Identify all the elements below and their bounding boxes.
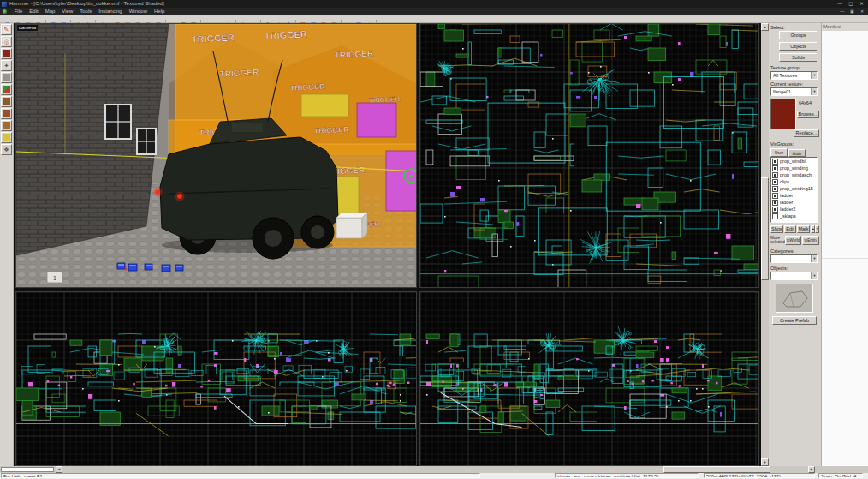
visgroup-item[interactable]: ladder2 (771, 206, 817, 213)
viewport-2d-front-canvas (16, 292, 416, 465)
manifest-body[interactable] (822, 31, 868, 466)
current-texture-select[interactable]: flange01 ▼ (770, 87, 818, 96)
overlay-tool[interactable] (1, 120, 12, 131)
visgroup-checkbox[interactable] (772, 172, 778, 178)
visgroup-item[interactable]: prop_windasch (771, 171, 817, 178)
visgroup-item[interactable]: prop_windbl (771, 158, 817, 165)
move-to-world-button[interactable]: toWorld (785, 236, 801, 245)
texture-application-tool[interactable] (1, 84, 12, 95)
coordinate-readout (1, 467, 54, 472)
viewport-3d[interactable]: TRIGGERTRIGGERTRIGGERTRIGGERTRIGGERTRIGG… (15, 23, 417, 288)
map-tools-palette: ✎◎✦❖ (0, 23, 14, 473)
objects-select[interactable]: ▼ (770, 272, 818, 280)
clipping-tool[interactable] (1, 132, 12, 143)
visgroup-item[interactable]: clips (771, 178, 817, 185)
menu-map[interactable]: Map (42, 8, 59, 15)
maximize-button[interactable]: ▢ (846, 0, 855, 8)
visgroup-checkbox[interactable] (772, 200, 778, 206)
menu-instancing[interactable]: Instancing (95, 8, 125, 15)
camera-tool[interactable] (1, 48, 12, 59)
visgroup-item[interactable]: prop_winding15 (771, 185, 817, 192)
select-groups-button[interactable]: Groups (779, 31, 817, 39)
move-to-entity-button[interactable]: toEntity (802, 236, 819, 245)
chevron-down-icon[interactable]: ▼ (811, 255, 817, 262)
visgroup-checkbox[interactable] (772, 179, 778, 185)
visgroup-move-down-button[interactable]: ▼ (815, 225, 819, 233)
visgroup-mark-button[interactable]: Mark (797, 225, 810, 233)
chevron-down-icon[interactable]: ▼ (811, 88, 817, 95)
viewport-3d-label[interactable]: camera (17, 25, 38, 31)
main-toolbar: ⊞⊠⊟⊞▤▥↶↷◉◪◫▣▢▩✂▤▥◭◮◉⊙▭1⇄∥◧◨◩◪◆▦◇▶≡ (0, 15, 868, 23)
vertical-scrollbar[interactable]: ▲ ▼ (761, 23, 769, 466)
menu-bar: FileEditMapViewToolsInstancingWindowHelp… (0, 8, 868, 15)
vertical-scroll-thumb[interactable] (761, 177, 769, 280)
mdi-close-button[interactable]: ✕ (858, 8, 866, 15)
status-bar: For Help, press F1 trigger_apc_zone - tr… (0, 473, 868, 479)
select-objects-button[interactable]: Objects (779, 42, 817, 51)
visgroup-name: prop_winding (780, 165, 808, 171)
visgroup-checkbox[interactable] (772, 193, 778, 199)
mdi-restore-button[interactable]: ▣ (847, 8, 856, 15)
visgroup-checkbox[interactable] (772, 159, 778, 165)
visgroup-name: prop_windbl (780, 159, 806, 164)
viewport-3d-canvas: TRIGGERTRIGGERTRIGGERTRIGGERTRIGGERTRIGG… (16, 24, 416, 287)
categories-label: Categories: (770, 248, 794, 254)
browse-button[interactable]: Browse... (797, 111, 819, 118)
viewport-2d-front[interactable] (15, 291, 417, 466)
close-button[interactable]: ✕ (857, 0, 866, 8)
menu-edit[interactable]: Edit (26, 8, 41, 15)
visgroup-checkbox[interactable] (772, 213, 778, 219)
viewport-2d-side[interactable] (419, 291, 759, 466)
visgroups-list[interactable]: prop_windblprop_windingprop_windaschclip… (770, 157, 818, 223)
scroll-down-button[interactable]: ▼ (761, 458, 769, 466)
objects-label: Objects: (770, 266, 788, 271)
visgroup-checkbox[interactable] (772, 207, 778, 213)
selection-tool-icon: ✎ (3, 26, 10, 33)
scroll-right-button[interactable]: ► (808, 466, 815, 473)
menu-help[interactable]: Help (151, 8, 168, 15)
tab-visgroups-user[interactable]: User (770, 148, 788, 157)
minimize-button[interactable]: — (835, 0, 845, 8)
tab-visgroups-auto[interactable]: Auto (788, 149, 806, 157)
texture-group-select[interactable]: All Textures ▼ (770, 71, 818, 80)
create-prefab-button[interactable]: Create Prefab (772, 316, 817, 325)
entity-tool-icon: ✦ (3, 62, 10, 69)
mdi-minimize-button[interactable]: — (838, 8, 847, 15)
magnify-tool[interactable]: ◎ (1, 36, 12, 47)
horizontal-scrollbar[interactable]: ◄ ► (0, 466, 868, 473)
apply-decals-tool[interactable] (1, 108, 12, 119)
chevron-down-icon[interactable]: ▼ (811, 272, 817, 279)
visgroup-item[interactable]: prop_winding (771, 165, 817, 171)
visgroup-item[interactable]: ladder (771, 199, 817, 206)
menu-tools[interactable]: Tools (76, 8, 95, 15)
categories-select[interactable]: ▼ (770, 254, 818, 263)
horizontal-scroll-thumb[interactable] (663, 466, 770, 473)
entity-tool[interactable]: ✦ (1, 60, 12, 71)
document-icon (3, 9, 7, 14)
scroll-up-button[interactable]: ▲ (761, 23, 769, 31)
title-bar: Hammer - [C:\Users\tyler\Desktop\its_duk… (0, 0, 868, 8)
chevron-down-icon[interactable]: ▼ (811, 72, 817, 79)
visgroup-item[interactable]: ladder (771, 192, 817, 199)
visgroup-checkbox[interactable] (772, 165, 778, 171)
visgroup-checkbox[interactable] (772, 186, 778, 192)
selection-tool[interactable]: ✎ (1, 24, 12, 35)
block-tool-icon (3, 74, 10, 81)
visgroup-name: _sklaps (780, 213, 796, 219)
replace-button[interactable]: Replace... (794, 129, 819, 137)
menu-window[interactable]: Window (126, 8, 151, 15)
scroll-left-button[interactable]: ◄ (56, 466, 62, 473)
select-solids-button[interactable]: Solids (779, 53, 817, 62)
visgroup-edit-button[interactable]: Edit (784, 225, 796, 233)
block-tool[interactable] (1, 72, 12, 83)
texture-swatch (770, 99, 796, 129)
viewport-2d-top[interactable] (419, 23, 759, 288)
vertex-tool[interactable]: ❖ (1, 144, 12, 155)
menu-view[interactable]: View (58, 8, 76, 15)
visgroup-item[interactable]: _sklaps (771, 213, 817, 219)
camera-tool-icon (3, 50, 10, 57)
apply-current-texture-tool[interactable] (1, 96, 12, 107)
visgroup-show-button[interactable]: Show (770, 225, 783, 233)
menu-file[interactable]: File (11, 8, 27, 15)
current-texture-label: Current texture: (770, 81, 803, 87)
